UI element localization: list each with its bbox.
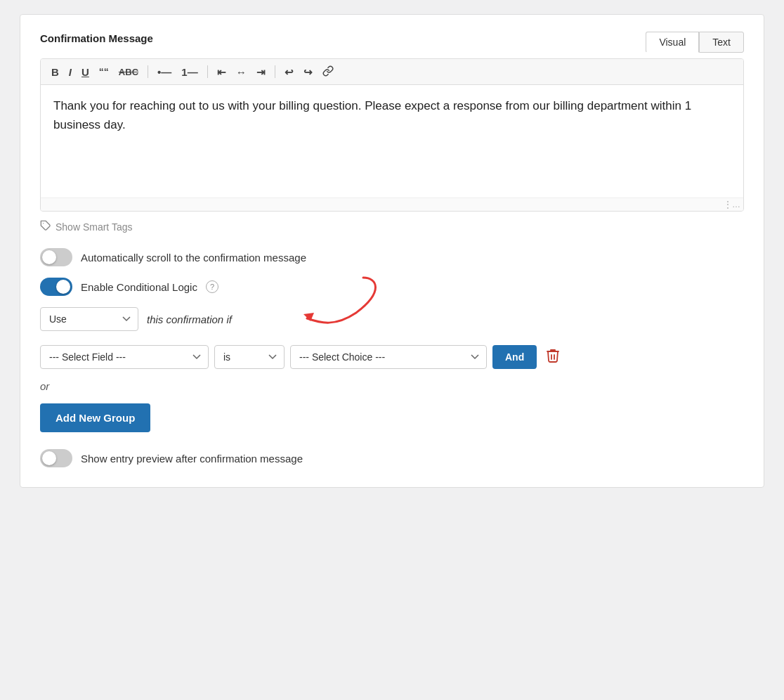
tab-text[interactable]: Text (699, 32, 744, 53)
editor-tabs: Visual Text (646, 32, 744, 53)
editor-toolbar: B I U ““ ABC •― 1― ⇤ ↔ ⇥ ↩ ↪ (41, 59, 743, 85)
align-center-button[interactable]: ↔ (233, 65, 250, 79)
toolbar-sep-2 (207, 65, 208, 78)
conditional-logic-row: Enable Conditional Logic ? (40, 278, 744, 296)
delete-condition-button[interactable] (542, 346, 563, 369)
undo-button[interactable]: ↩ (281, 65, 297, 79)
smart-tags-label: Show Smart Tags (55, 221, 132, 233)
italic-button[interactable]: I (65, 65, 75, 79)
blockquote-button[interactable]: ““ (96, 65, 112, 79)
is-select[interactable]: is is not (214, 345, 285, 369)
toolbar-sep-1 (148, 65, 148, 78)
add-new-group-button[interactable]: Add New Group (40, 403, 150, 432)
help-icon[interactable]: ? (206, 280, 218, 293)
bold-button[interactable]: B (48, 65, 63, 79)
auto-scroll-row: Automatically scroll to the confirmation… (40, 248, 744, 266)
unordered-list-button[interactable]: •― (154, 65, 175, 79)
header-row: Confirmation Message Visual Text (40, 32, 744, 53)
align-left-button[interactable]: ⇤ (214, 65, 230, 79)
logic-use-row: Use Don't Use this confirmation if (40, 307, 744, 331)
entry-preview-row: Show entry preview after confirmation me… (40, 449, 744, 467)
entry-preview-toggle[interactable] (40, 449, 72, 467)
resize-handle: ⋮… (41, 197, 743, 211)
auto-scroll-label: Automatically scroll to the confirmation… (81, 252, 306, 264)
logic-description: this confirmation if (147, 313, 232, 325)
tab-visual[interactable]: Visual (646, 32, 699, 53)
editor-wrap: B I U ““ ABC •― 1― ⇤ ↔ ⇥ ↩ ↪ Thank you f… (40, 58, 744, 212)
auto-scroll-toggle[interactable] (40, 248, 72, 266)
use-select[interactable]: Use Don't Use (40, 307, 138, 331)
condition-row: --- Select Field --- is is not --- Selec… (40, 345, 744, 369)
editor-content[interactable]: Thank you for reaching out to us with yo… (41, 85, 743, 197)
conditional-section: Enable Conditional Logic ? Use Don't Use… (40, 278, 744, 369)
section-title: Confirmation Message (40, 32, 153, 44)
and-button[interactable]: And (492, 345, 537, 369)
entry-preview-label: Show entry preview after confirmation me… (81, 453, 303, 465)
or-label: or (40, 380, 744, 392)
redo-button[interactable]: ↪ (300, 65, 316, 79)
conditional-logic-label: Enable Conditional Logic (81, 281, 197, 293)
tag-icon (40, 220, 51, 234)
toolbar-sep-3 (275, 65, 275, 78)
choice-select[interactable]: --- Select Choice --- (290, 345, 487, 369)
align-right-button[interactable]: ⇥ (253, 65, 269, 79)
strikethrough-button[interactable]: ABC (115, 65, 142, 79)
smart-tags-row[interactable]: Show Smart Tags (40, 220, 744, 234)
main-panel: Confirmation Message Visual Text B I U “… (20, 14, 764, 488)
field-select[interactable]: --- Select Field --- (40, 345, 209, 369)
link-button[interactable] (319, 63, 337, 80)
conditional-logic-toggle[interactable] (40, 278, 72, 296)
underline-button[interactable]: U (78, 65, 93, 79)
ordered-list-button[interactable]: 1― (178, 65, 201, 79)
